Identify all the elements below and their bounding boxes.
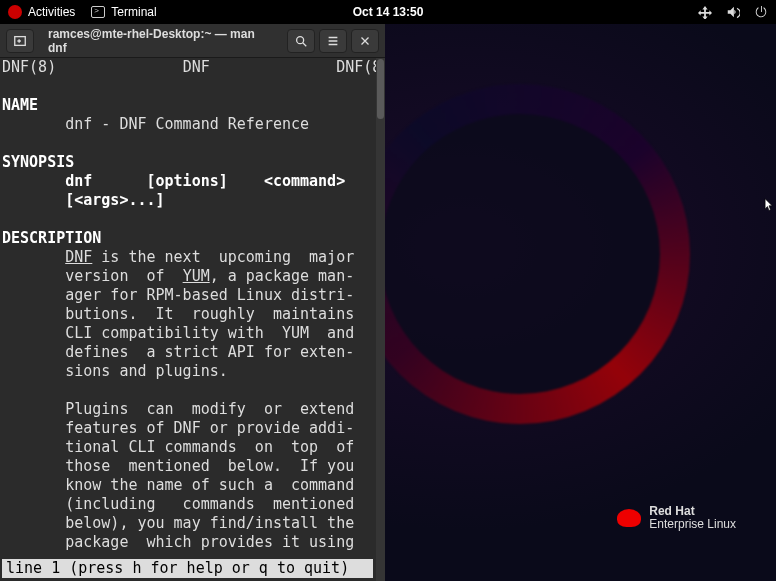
- terminal-titlebar: ramces@mte-rhel-Desktop:~ — man dnf: [0, 24, 385, 58]
- section-heading-synopsis: SYNOPSIS: [2, 153, 74, 171]
- mouse-cursor: [764, 198, 774, 212]
- section-heading-name: NAME: [2, 96, 38, 114]
- terminal-window: ramces@mte-rhel-Desktop:~ — man dnf DNF(…: [0, 24, 385, 581]
- gnome-top-bar: Activities Terminal Oct 14 13:50: [0, 0, 776, 24]
- menu-button[interactable]: [319, 29, 347, 53]
- power-icon: [754, 5, 768, 19]
- pager-status-line: line 1 (press h for help or q to quit): [2, 559, 373, 578]
- activities-button[interactable]: Activities: [8, 5, 75, 19]
- wallpaper-swirl: [350, 84, 690, 424]
- app-menu-terminal[interactable]: Terminal: [91, 5, 156, 19]
- activities-label: Activities: [28, 5, 75, 19]
- redhat-hat-icon: [617, 509, 641, 527]
- clock[interactable]: Oct 14 13:50: [353, 5, 424, 19]
- close-button[interactable]: [351, 29, 379, 53]
- rhel-hat-icon: [8, 5, 22, 19]
- scrollbar-thumb[interactable]: [377, 59, 384, 119]
- network-icon: [698, 5, 712, 19]
- section-heading-description: DESCRIPTION: [2, 229, 101, 247]
- svg-point-1: [297, 36, 304, 43]
- terminal-scrollbar[interactable]: [376, 58, 385, 581]
- new-tab-button[interactable]: [6, 29, 34, 53]
- system-tray[interactable]: [698, 5, 768, 19]
- terminal-icon: [91, 6, 105, 18]
- rhel-brand-logo: Red Hat Enterprise Linux: [617, 505, 736, 531]
- volume-icon: [726, 5, 740, 19]
- brand-line-2: Enterprise Linux: [649, 518, 736, 531]
- link-yum: YUM: [183, 267, 210, 285]
- app-menu-label: Terminal: [111, 5, 156, 19]
- search-button[interactable]: [287, 29, 315, 53]
- link-dnf: DNF: [65, 248, 92, 266]
- window-title: ramces@mte-rhel-Desktop:~ — man dnf: [40, 27, 281, 55]
- terminal-content[interactable]: DNF(8) DNF DNF(8) NAME dnf - DNF Command…: [0, 58, 385, 556]
